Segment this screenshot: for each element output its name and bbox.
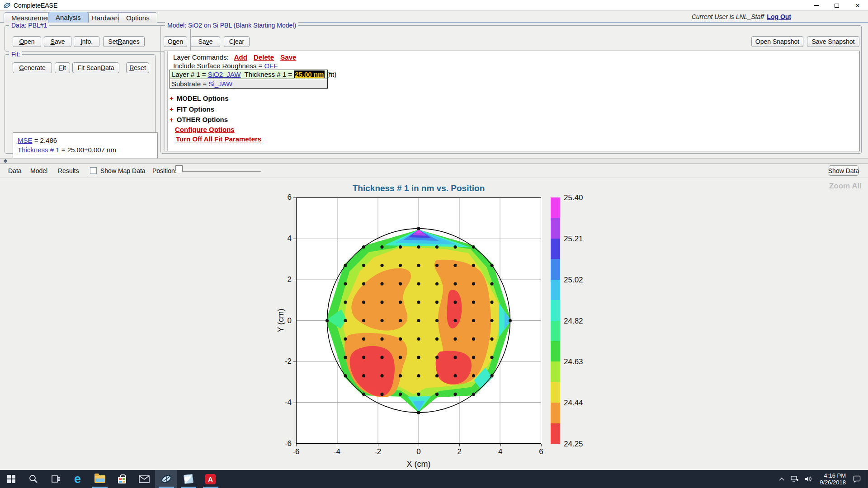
taskbar-store-button[interactable] — [111, 470, 133, 488]
data-save-button[interactable]: Save — [44, 36, 71, 47]
windows-taskbar: e A 4:16 PM 9/26/2018 — [0, 470, 868, 488]
colorbar-segment — [551, 361, 560, 382]
fit-scan-data-button[interactable]: Fit Scan Data — [72, 62, 119, 73]
colorbar-segment — [551, 341, 560, 361]
taskbar-completeease-button[interactable] — [155, 470, 177, 488]
tray-show-hidden-icons-button[interactable] — [776, 470, 788, 488]
maximize-button[interactable] — [826, 0, 847, 11]
colorbar-segment — [551, 423, 560, 444]
taskbar-acrobat-button[interactable]: A — [199, 470, 222, 488]
x-tick-mark — [500, 444, 501, 446]
fit-options-expander[interactable]: +FIT Options — [170, 105, 214, 113]
position-slider-track[interactable] — [179, 170, 261, 172]
plus-icon: + — [170, 105, 174, 113]
thickness-result-line: Thickness # 1 = 25.00±0.007 nm — [18, 145, 153, 155]
taskbar-file-explorer-button[interactable] — [89, 470, 111, 488]
show-data-button[interactable]: Show Data — [829, 165, 859, 176]
fit-fit-button[interactable]: Fit — [55, 62, 70, 73]
colorbar-segment — [551, 239, 560, 259]
tray-network-button[interactable] — [788, 470, 802, 488]
title-bar: CompleteEASE ✕ — [0, 0, 868, 11]
model-save-button[interactable]: Save — [191, 36, 220, 47]
start-button[interactable] — [0, 470, 22, 488]
completeease-taskbar-icon — [160, 474, 173, 484]
configure-options-link[interactable]: Configure Options — [175, 126, 235, 133]
show-map-data-checkbox[interactable] — [90, 167, 97, 174]
turn-off-fit-parameters-link[interactable]: Turn Off All Fit Parameters — [176, 135, 261, 143]
model-content-area: Layer Commands: Add Delete Save Include … — [164, 51, 860, 151]
close-button[interactable]: ✕ — [847, 0, 868, 11]
splitter-up-arrow-icon — [4, 159, 7, 161]
speaker-icon — [805, 476, 812, 482]
taskbar-notepad-button[interactable] — [177, 470, 199, 488]
layer-1-material-link[interactable]: SiO2_JAW — [208, 70, 241, 78]
zoom-all-button[interactable]: Zoom All — [829, 182, 862, 191]
x-tick-mark — [337, 444, 337, 446]
logout-link[interactable]: Log Out — [767, 13, 791, 20]
y-tick-label: -6 — [272, 439, 292, 448]
model-scrollbar[interactable] — [164, 51, 168, 151]
tab-options[interactable]: Options — [118, 12, 157, 23]
layer-save-command[interactable]: Save — [280, 53, 296, 61]
data-info-button[interactable]: Info. — [74, 36, 99, 47]
minimize-button[interactable] — [806, 0, 826, 11]
search-icon — [28, 474, 38, 484]
substrate-row: Substrate = Si_JAW — [170, 79, 327, 88]
fit-generate-button[interactable]: Generate — [13, 62, 52, 73]
layer-delete-command[interactable]: Delete — [254, 53, 274, 61]
tray-clock[interactable]: 4:16 PM 9/26/2018 — [816, 472, 850, 486]
taskbar-search-button[interactable] — [22, 470, 44, 488]
plus-icon: + — [170, 116, 174, 123]
taskbar-edge-button[interactable]: e — [66, 470, 89, 488]
x-tick-label: 6 — [539, 447, 543, 456]
windows-logo-icon — [7, 475, 15, 483]
edge-icon: e — [74, 473, 81, 485]
layer-1-thickness-value[interactable]: 25.00 nm — [294, 70, 325, 78]
save-snapshot-button[interactable]: Save Snapshot — [807, 36, 859, 47]
colorbar-tick-label: 24.44 — [564, 399, 595, 408]
y-tick-mark — [293, 321, 296, 321]
x-tick-mark — [541, 444, 542, 446]
graph-toolbar: Data Model Results Show Map Data Positio… — [0, 164, 868, 178]
task-view-button[interactable] — [44, 470, 66, 488]
fit-panel: Fit: Generate Fit Fit Scan Data Reset MS… — [5, 54, 156, 154]
action-center-button[interactable] — [850, 470, 864, 488]
y-tick-mark — [293, 361, 296, 362]
model-clear-button[interactable]: Clear — [224, 36, 250, 47]
data-set-ranges-button[interactable]: Set Ranges — [103, 36, 145, 47]
model-open-button[interactable]: Open — [164, 36, 187, 47]
colorbar-segment — [551, 197, 560, 218]
menu-model[interactable]: Model — [30, 167, 47, 174]
current-user-status: Current User is LNL_Staff — [692, 13, 764, 20]
taskbar-mail-button[interactable] — [133, 470, 155, 488]
other-options-expander[interactable]: +OTHER Options — [170, 116, 228, 123]
show-desktop-button[interactable] — [866, 470, 868, 488]
tab-analysis[interactable]: Analysis — [48, 12, 89, 23]
menu-data[interactable]: Data — [8, 167, 22, 174]
colorbar-tick-label: 25.02 — [564, 276, 595, 285]
model-panel-title: Model: SiO2 on Si PBL (Blank Starting Mo… — [165, 22, 298, 29]
data-open-button[interactable]: Open — [13, 36, 41, 47]
layer-add-command[interactable]: Add — [234, 53, 247, 61]
wafer-map-plot[interactable] — [296, 197, 541, 444]
data-panel-title: Data: PBL#1 — [9, 22, 49, 29]
model-options-expander[interactable]: +MODEL Options — [170, 94, 229, 102]
open-snapshot-button[interactable]: Open Snapshot — [751, 36, 803, 47]
thickness-link[interactable]: Thickness # 1 — [18, 146, 60, 154]
y-tick-mark — [293, 444, 296, 444]
roughness-value-link[interactable]: OFF — [264, 62, 278, 70]
x-tick-mark — [419, 444, 419, 446]
x-tick-label: -6 — [292, 447, 299, 456]
y-tick-label: -2 — [272, 357, 292, 366]
colorbar-segment — [551, 259, 560, 279]
fit-reset-button[interactable]: Reset — [126, 62, 149, 73]
panel-splitter[interactable] — [0, 158, 868, 164]
y-tick-mark — [293, 239, 296, 239]
colorbar-tick-label: 24.82 — [564, 317, 595, 326]
tray-volume-button[interactable] — [802, 470, 816, 488]
mail-icon — [139, 475, 150, 483]
substrate-material-link[interactable]: Si_JAW — [208, 80, 232, 88]
menu-results[interactable]: Results — [58, 167, 79, 174]
mse-link[interactable]: MSE — [18, 136, 33, 144]
x-tick-label: 2 — [458, 447, 462, 456]
